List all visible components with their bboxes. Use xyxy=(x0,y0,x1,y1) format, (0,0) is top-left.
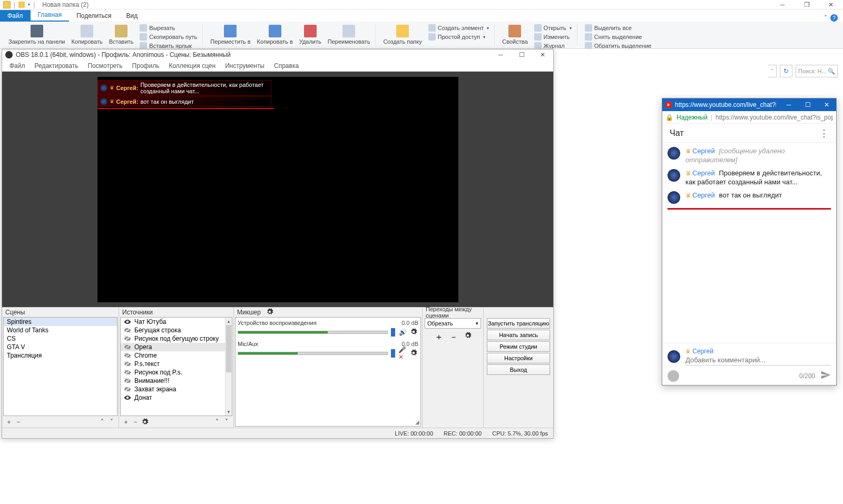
up-icon[interactable]: ˄ xyxy=(99,418,106,426)
tab-file[interactable]: Файл xyxy=(0,10,31,22)
scroll-up-icon[interactable]: ▲ xyxy=(226,318,232,325)
eye-icon[interactable] xyxy=(124,394,131,401)
scene-item[interactable]: GTA V xyxy=(4,343,117,351)
remove-icon[interactable]: － xyxy=(132,418,139,426)
source-item[interactable]: Захват экрана xyxy=(121,385,232,393)
invertsel-button[interactable]: Обратить выделение xyxy=(583,42,654,49)
more-icon[interactable]: ⋮ xyxy=(819,127,829,139)
source-item[interactable]: Chrome xyxy=(121,351,232,360)
yt-messages[interactable]: ♛Сергей [сообщение удалено отправителем]… xyxy=(662,143,836,343)
start-stream-button[interactable]: Запустить трансляцию xyxy=(487,318,550,329)
yt-close-button[interactable]: ✕ xyxy=(817,98,836,111)
scene-item[interactable]: CS xyxy=(4,334,117,343)
source-item[interactable]: Рисунок под P.s. xyxy=(121,368,232,377)
close-button[interactable]: ✕ xyxy=(819,0,843,9)
obs-minimize-button[interactable]: ─ xyxy=(490,50,511,60)
exit-button[interactable]: Выход xyxy=(487,364,550,375)
eye-off-icon[interactable] xyxy=(124,386,131,393)
search-input[interactable]: Поиск: Н...🔍 xyxy=(796,65,838,77)
copy-button[interactable]: Копировать xyxy=(69,24,104,46)
scene-item[interactable]: Трансляция xyxy=(4,351,117,360)
edit-button[interactable]: Изменить xyxy=(532,33,574,41)
menu-profile[interactable]: Профиль xyxy=(128,61,164,71)
ribbon-collapse-icon[interactable]: ˄ xyxy=(824,14,827,22)
newfolder-button[interactable]: Создать папку xyxy=(381,24,424,46)
source-item[interactable]: Внимание!!! xyxy=(121,377,232,385)
pasteshortcut-button[interactable]: Вставить ярлык xyxy=(138,42,199,49)
obs-close-button[interactable]: ✕ xyxy=(532,50,553,60)
maximize-button[interactable]: ❐ xyxy=(795,0,819,9)
menu-file[interactable]: Файл xyxy=(5,61,30,71)
up-icon[interactable]: ˄ xyxy=(213,418,221,426)
eye-icon[interactable] xyxy=(124,318,131,325)
easyaccess-button[interactable]: Простой доступ▾ xyxy=(426,33,492,41)
scene-item[interactable]: Spintires xyxy=(4,318,117,326)
refresh-button[interactable]: ↻ xyxy=(780,65,792,77)
source-item[interactable]: Донат xyxy=(121,393,232,402)
qat-dropdown-icon[interactable]: ▾ xyxy=(28,2,30,7)
newitem-button[interactable]: Создать элемент▾ xyxy=(426,24,492,32)
remove-icon[interactable]: － xyxy=(15,418,22,426)
menu-edit[interactable]: Редактировать xyxy=(31,61,83,71)
start-record-button[interactable]: Начать запись xyxy=(487,330,550,340)
speaker-icon[interactable]: 🔊 xyxy=(398,328,407,337)
emoji-icon[interactable] xyxy=(668,370,679,382)
source-item[interactable]: Бегущая строка xyxy=(121,326,232,334)
mic-muted-icon[interactable]: 🎤✕ xyxy=(398,349,407,358)
delete-button[interactable]: Удалить xyxy=(297,24,324,46)
down-icon[interactable]: ˅ xyxy=(108,418,115,426)
copypath-button[interactable]: Скопировать путь xyxy=(138,33,199,41)
yt-minimize-button[interactable]: ─ xyxy=(779,98,798,111)
add-icon[interactable]: ＋ xyxy=(435,332,443,343)
gear-icon[interactable] xyxy=(464,332,472,343)
rename-button[interactable]: Переименовать xyxy=(326,24,373,46)
source-item[interactable]: Чат Ютуба xyxy=(121,318,232,326)
eye-off-icon[interactable] xyxy=(124,327,131,334)
open-button[interactable]: Открыть▾ xyxy=(532,24,574,32)
menu-view[interactable]: Посмотреть xyxy=(83,61,126,71)
eye-off-icon[interactable] xyxy=(124,343,131,351)
scrollbar[interactable]: ▲▼ xyxy=(225,318,232,416)
down-icon[interactable]: ˅ xyxy=(223,418,230,426)
comment-input[interactable] xyxy=(685,355,831,365)
settings-button[interactable]: Настройки xyxy=(487,353,550,363)
cut-button[interactable]: Вырезать xyxy=(138,24,199,32)
eye-off-icon[interactable] xyxy=(124,369,131,376)
obs-titlebar[interactable]: OBS 18.0.1 (64bit, windows) - Профиль: A… xyxy=(2,50,553,60)
scroll-down-icon[interactable]: ▼ xyxy=(226,408,232,416)
selectnone-button[interactable]: Снять выделение xyxy=(583,33,654,41)
tab-share[interactable]: Поделиться xyxy=(69,10,119,22)
gear-icon[interactable] xyxy=(410,349,418,358)
gear-icon[interactable] xyxy=(266,308,273,317)
history-button[interactable]: Журнал xyxy=(532,42,574,49)
add-icon[interactable]: ＋ xyxy=(5,418,13,426)
eye-off-icon[interactable] xyxy=(124,352,131,359)
add-icon[interactable]: ＋ xyxy=(122,418,130,426)
send-icon[interactable] xyxy=(820,370,831,382)
scene-item[interactable]: World of Tanks xyxy=(4,326,117,334)
source-item[interactable]: Opera xyxy=(121,343,232,351)
menu-help[interactable]: Справка xyxy=(270,61,303,71)
menu-scenecol[interactable]: Коллекция сцен xyxy=(164,61,220,71)
tab-view[interactable]: Вид xyxy=(119,10,145,22)
yt-maximize-button[interactable]: ☐ xyxy=(798,98,817,111)
help-icon[interactable]: ? xyxy=(830,14,838,22)
eye-off-icon[interactable] xyxy=(124,335,131,342)
selectall-button[interactable]: Выделить все xyxy=(583,24,654,32)
scenes-list[interactable]: Spintires World of Tanks CS GTA V Трансл… xyxy=(3,317,117,416)
scroll-thumb[interactable] xyxy=(226,325,231,372)
eye-off-icon[interactable] xyxy=(124,377,131,384)
obs-preview-area[interactable]: ♛ Сергей: Проверяем в действительности, … xyxy=(2,72,553,307)
properties-button[interactable]: Свойства xyxy=(500,24,530,46)
transition-select[interactable]: Обрезать▾ xyxy=(425,318,481,329)
gear-icon[interactable] xyxy=(141,418,149,426)
resize-grip-icon[interactable]: ◢ xyxy=(415,419,419,425)
moveto-button[interactable]: Переместить в xyxy=(208,24,252,46)
address-dropdown[interactable]: ˅ xyxy=(768,65,777,77)
volume-slider[interactable] xyxy=(391,328,395,337)
source-item[interactable]: Рисунок под бегущую строку xyxy=(121,334,232,343)
copyto-button[interactable]: Копировать в xyxy=(255,24,295,46)
menu-tools[interactable]: Инструменты xyxy=(221,61,269,71)
pin-button[interactable]: Закрепить на панели xyxy=(6,24,67,46)
source-item[interactable]: P.s.текст xyxy=(121,360,232,368)
